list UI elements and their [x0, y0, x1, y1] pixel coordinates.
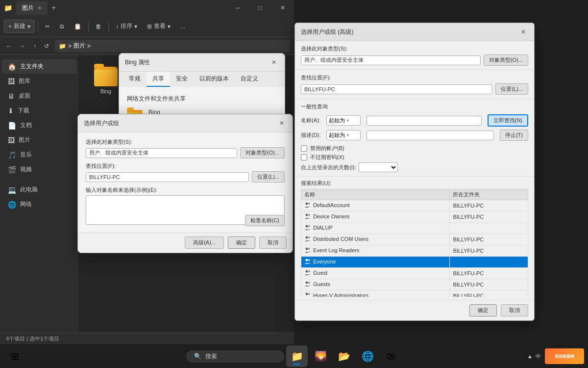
no-expiry-label: 不过期密码(X)	[310, 154, 344, 161]
search-label: 搜索	[205, 352, 217, 361]
sort-button[interactable]: ↕ 排序 ▾	[112, 20, 141, 32]
days-since-select[interactable]	[359, 162, 398, 172]
ok-button[interactable]: 确定	[228, 237, 255, 249]
sidebar-item-gallery[interactable]: 🖼 图库	[2, 74, 76, 88]
object-type-button[interactable]: 对象类型(O)...	[240, 147, 285, 158]
sidebar-item-downloads[interactable]: ⬇ 下载	[2, 104, 76, 118]
desc-query-input[interactable]	[367, 131, 494, 140]
no-expiry-checkbox[interactable]	[301, 154, 307, 160]
check-names-button[interactable]: 检查名称(C)	[245, 215, 285, 226]
disabled-accounts-row: 禁用的帐户(B)	[301, 145, 528, 152]
search-now-button[interactable]: 立即查找(N)	[488, 114, 528, 127]
select-user-body: 选择此对象类型(S): 对象类型(O)... 查找位置(F): 位置(L)...…	[78, 132, 293, 232]
new-tab-btn[interactable]: +	[51, 3, 56, 12]
cut-button[interactable]: ✂	[41, 21, 54, 32]
taskbar-files-btn[interactable]: 📂	[333, 345, 355, 367]
back-button[interactable]: ←	[4, 42, 14, 51]
sidebar-item-music[interactable]: 🎵 音乐	[2, 148, 76, 162]
table-row[interactable]: Hyper-V Administrators BILLYFU-PC	[301, 290, 528, 297]
tray-area: ▲ 中	[527, 353, 541, 360]
taskbar-store-btn[interactable]: 🛍	[380, 345, 402, 367]
table-row[interactable]: Guests BILLYFU-PC	[301, 279, 528, 290]
table-row[interactable]: Distributed COM Users BILLYFU-PC	[301, 234, 528, 245]
copy-button[interactable]: ⧉	[56, 21, 68, 32]
folder-name-bing: Bing	[100, 88, 111, 94]
refresh-button[interactable]: ↺	[42, 42, 51, 51]
bing-dialog-close-btn[interactable]: ✕	[269, 57, 279, 67]
tab-close-btn[interactable]: ✕	[38, 5, 42, 11]
toolbar-separator	[38, 22, 38, 31]
name-starts-with-select[interactable]: 起始为 ▾	[326, 115, 361, 126]
location-button[interactable]: 位置(L)...	[252, 171, 285, 183]
paste-button[interactable]: 📋	[70, 21, 85, 32]
taskbar-nature-btn[interactable]: 🌄	[310, 345, 331, 367]
find-location-input[interactable]	[86, 172, 249, 182]
svg-point-8	[306, 248, 308, 250]
table-row[interactable]: DIALUP	[301, 223, 528, 234]
adv-location-button[interactable]: 位置(L)...	[495, 83, 528, 95]
sidebar-item-home[interactable]: 🏠 主文件夹	[2, 59, 76, 74]
tray-up-icon[interactable]: ▲	[527, 353, 533, 359]
tab-general[interactable]: 常规	[123, 72, 147, 87]
results-scroll-area[interactable]: 名称 所在文件夹 Default	[301, 189, 528, 297]
svg-point-3	[308, 214, 310, 216]
advanced-button[interactable]: 高级(A)...	[185, 237, 224, 249]
up-button[interactable]: ↑	[31, 42, 38, 51]
explorer-icon: 📁	[4, 4, 12, 12]
minimize-btn[interactable]: ─	[226, 0, 249, 16]
select-type-input[interactable]	[86, 148, 237, 158]
sidebar-item-videos[interactable]: 🎬 视频	[2, 162, 76, 177]
result-location	[450, 257, 528, 268]
adv-ok-button[interactable]: 确定	[469, 304, 497, 316]
select-user-footer: 高级(A)... 确定 取消	[78, 232, 293, 253]
close-btn[interactable]: ✕	[271, 0, 294, 16]
tab-security[interactable]: 安全	[170, 72, 194, 87]
advanced-dialog-close-btn[interactable]: ✕	[518, 27, 528, 37]
search-results-section: 搜索结果(U): 名称 所在文件夹	[295, 177, 534, 300]
taskbar-edge-btn[interactable]: 🌐	[357, 345, 378, 367]
svg-point-16	[306, 293, 308, 295]
select-user-title: 选择用户或组	[84, 119, 119, 128]
disabled-accounts-checkbox[interactable]	[301, 145, 307, 152]
taskbar-explorer-btn[interactable]: 📁	[286, 345, 308, 367]
view-button[interactable]: ⊞ 查看 ▾	[143, 20, 174, 32]
adv-select-type-input[interactable]	[301, 55, 481, 65]
sidebar-item-network[interactable]: 🌐 网络	[2, 197, 76, 211]
adv-find-location-input[interactable]	[301, 84, 492, 94]
table-row[interactable]: DefaultAccount BILLYFU-PC	[301, 200, 528, 211]
bing-dialog-tabs: 常规 共享 安全 以前的版本 自定义	[119, 72, 285, 87]
desc-starts-with-select[interactable]: 起始为 ▾	[326, 130, 361, 140]
more-button[interactable]: ...	[176, 21, 189, 32]
maximize-btn[interactable]: □	[249, 0, 271, 16]
select-user-close-btn[interactable]: ✕	[277, 118, 287, 128]
delete-button[interactable]: 🗑	[92, 21, 105, 32]
start-button[interactable]: ⊞	[4, 345, 25, 367]
sidebar-item-desktop[interactable]: 🖥 桌面	[2, 89, 76, 103]
tab-previous-versions[interactable]: 以前的版本	[194, 72, 235, 87]
forward-button[interactable]: →	[18, 42, 27, 51]
tab-customize[interactable]: 自定义	[235, 72, 264, 87]
videos-icon: 🎬	[8, 166, 16, 174]
table-row[interactable]: Device Owners BILLYFU-PC	[301, 211, 528, 223]
copy-icon: ⧉	[60, 23, 64, 30]
title-tab[interactable]: 图片 ✕	[16, 1, 48, 15]
address-bar: ← → ↑ ↺ 📁 > 图片 >	[0, 37, 294, 55]
name-query-input[interactable]	[367, 116, 482, 126]
adv-object-type-button[interactable]: 对象类型(O)...	[484, 54, 528, 66]
folder-icon-inline: 📁	[59, 43, 66, 50]
desktop-icon: 🖥	[8, 92, 15, 100]
table-row[interactable]: Event Log Readers BILLYFU-PC	[301, 245, 528, 257]
toolbar: + 新建 ▾ ✂ ⧉ 📋 🗑 ↕ 排序 ▾ ⊞ 查看 ▾ ...	[0, 16, 294, 37]
sidebar-item-documents[interactable]: 📄 文档	[2, 118, 76, 132]
table-row[interactable]: Guest BILLYFU-PC	[301, 268, 528, 279]
adv-cancel-button[interactable]: 取消	[501, 304, 528, 316]
table-row[interactable]: Everyone	[301, 257, 528, 268]
taskbar-search-btn[interactable]: 🔍 搜索	[186, 350, 284, 363]
sidebar-item-thispc[interactable]: 💻 此电脑	[2, 183, 76, 197]
new-button[interactable]: + 新建 ▾	[4, 20, 35, 33]
sidebar-item-pictures[interactable]: 🖼 图片	[2, 133, 76, 147]
tab-share[interactable]: 共享	[147, 72, 170, 87]
stop-button[interactable]: 停止(T)	[500, 130, 528, 141]
cancel-button[interactable]: 取消	[259, 237, 287, 249]
address-path[interactable]: 📁 > 图片 >	[55, 40, 290, 52]
